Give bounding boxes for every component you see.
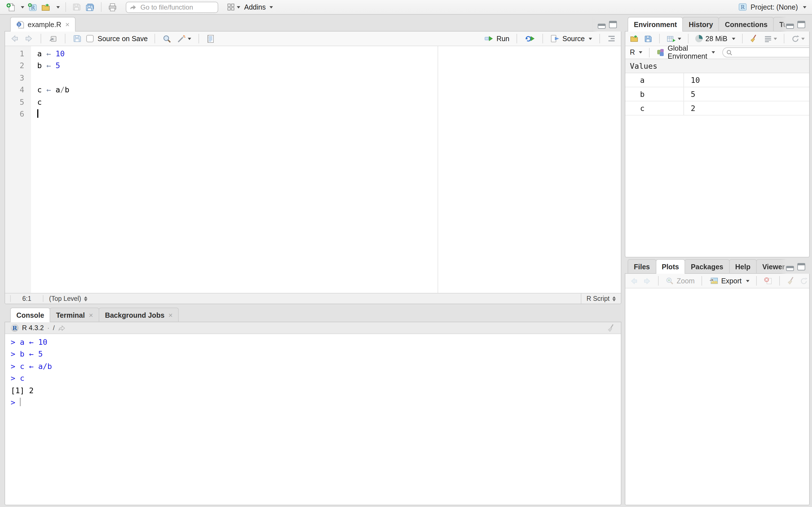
clear-console-broom-icon[interactable] bbox=[607, 324, 615, 332]
environment-object-row[interactable]: c2 bbox=[625, 101, 809, 115]
code-line: 4c ← a/b bbox=[5, 84, 621, 96]
code-token: > c bbox=[11, 374, 24, 383]
object-value: 5 bbox=[684, 87, 695, 101]
goto-file-function-input[interactable] bbox=[139, 3, 214, 11]
addins-button[interactable]: Addins bbox=[244, 1, 273, 13]
new-project-button[interactable]: R bbox=[27, 1, 38, 13]
import-dataset-button[interactable] bbox=[666, 33, 682, 44]
save-source-button[interactable] bbox=[72, 33, 82, 44]
tab-example-r[interactable]: R example.R × bbox=[10, 17, 76, 32]
language-selector[interactable]: R bbox=[629, 47, 643, 58]
tab-environment[interactable]: Environment bbox=[627, 17, 683, 32]
minimize-icon[interactable] bbox=[598, 23, 606, 29]
object-name: c bbox=[625, 101, 684, 115]
forward-button[interactable] bbox=[24, 33, 34, 44]
new-file-dropdown-caret[interactable] bbox=[21, 6, 24, 8]
refresh-plots-button[interactable] bbox=[799, 275, 809, 286]
environment-object-row[interactable]: b5 bbox=[625, 87, 809, 101]
environment-scope-selector[interactable]: Global Environment bbox=[656, 47, 716, 58]
chevron-updown-icon bbox=[612, 296, 616, 301]
toolbar-separator bbox=[65, 2, 66, 12]
file-type-selector[interactable]: R Script bbox=[581, 293, 621, 304]
tab-files[interactable]: Files bbox=[627, 259, 656, 274]
goto-arrow-icon bbox=[130, 4, 137, 10]
scope-selector[interactable]: (Top Level) bbox=[43, 295, 93, 302]
list-view-icon bbox=[764, 35, 772, 42]
tab-label: History bbox=[689, 20, 713, 29]
maximize-icon[interactable] bbox=[797, 20, 805, 28]
close-icon[interactable]: × bbox=[168, 312, 172, 319]
back-button[interactable] bbox=[10, 33, 20, 44]
tab-plots[interactable]: Plots bbox=[656, 259, 685, 274]
refresh-environment-button[interactable] bbox=[791, 33, 805, 44]
source-on-save-checkbox[interactable] bbox=[86, 35, 94, 42]
compile-report-button[interactable] bbox=[206, 33, 215, 44]
save-workspace-button[interactable] bbox=[644, 33, 653, 44]
code-token: 10 bbox=[56, 49, 65, 58]
memory-usage-button[interactable]: 28 MiB bbox=[695, 33, 736, 44]
open-file-dropdown-caret[interactable] bbox=[56, 6, 60, 8]
code-line: 3 bbox=[5, 72, 621, 84]
save-all-button[interactable] bbox=[85, 1, 95, 13]
previous-plot-button[interactable] bbox=[629, 275, 639, 286]
tab-console[interactable]: Console bbox=[10, 307, 50, 322]
print-button[interactable] bbox=[107, 1, 118, 13]
close-icon[interactable]: × bbox=[65, 21, 70, 28]
toolbar-separator bbox=[779, 276, 780, 286]
editor-toolbar: Source on Save bbox=[5, 32, 621, 46]
minimize-icon[interactable] bbox=[786, 266, 794, 271]
addins-grid-caret bbox=[237, 6, 240, 8]
code-editor[interactable]: 1a ← 102b ← 53 4c ← a/b5c6 bbox=[5, 46, 621, 293]
maximize-icon[interactable] bbox=[797, 263, 805, 270]
tab-terminal[interactable]: Terminal× bbox=[50, 307, 100, 322]
tab-help[interactable]: Help bbox=[729, 259, 757, 274]
remove-plot-button[interactable] bbox=[763, 275, 773, 286]
addins-grid-button[interactable] bbox=[226, 1, 241, 13]
list-view-button[interactable] bbox=[763, 33, 777, 44]
clear-all-plots-button[interactable] bbox=[786, 275, 796, 286]
open-file-button[interactable] bbox=[41, 1, 52, 13]
tab-history[interactable]: History bbox=[682, 17, 719, 32]
next-plot-button[interactable] bbox=[642, 275, 652, 286]
clear-environment-button[interactable] bbox=[749, 33, 758, 44]
show-in-new-window-button[interactable] bbox=[48, 33, 58, 44]
list-view-caret bbox=[774, 38, 777, 40]
text-cursor bbox=[20, 398, 21, 406]
save-button[interactable] bbox=[71, 1, 82, 13]
language-label: R bbox=[630, 48, 635, 56]
code-line: 6 bbox=[5, 108, 621, 120]
project-selector[interactable]: R Project: (None) bbox=[738, 3, 806, 11]
export-image-icon bbox=[709, 277, 718, 285]
values-section-header: Values bbox=[625, 59, 809, 73]
scope-label: (Top Level) bbox=[49, 295, 81, 302]
tab-background-jobs[interactable]: Background Jobs× bbox=[99, 307, 179, 322]
close-icon[interactable]: × bbox=[89, 312, 93, 319]
new-file-icon bbox=[6, 3, 16, 11]
load-workspace-button[interactable] bbox=[629, 33, 640, 44]
console-output[interactable]: > a ← 10> b ← 5> c ← a/b> c[1] 2> bbox=[5, 334, 621, 505]
open-folder-icon bbox=[630, 34, 640, 43]
environment-search-input[interactable] bbox=[735, 48, 810, 56]
magic-wand-icon bbox=[176, 34, 186, 43]
export-plot-button[interactable]: Export bbox=[708, 275, 750, 286]
toolbar-separator bbox=[543, 34, 543, 43]
code-tools-button[interactable] bbox=[176, 33, 192, 44]
find-replace-button[interactable] bbox=[162, 33, 172, 44]
tab-connections[interactable]: Connections bbox=[719, 17, 774, 32]
environment-tab-strip: EnvironmentHistoryConnectionsTutorial bbox=[625, 17, 810, 32]
rerun-button[interactable] bbox=[524, 33, 536, 44]
source-button[interactable]: Source bbox=[550, 33, 593, 44]
zoom-plot-button[interactable]: Zoom bbox=[665, 275, 695, 286]
toolbar-separator bbox=[199, 34, 199, 43]
tab-packages[interactable]: Packages bbox=[684, 259, 729, 274]
open-directory-arrow-icon[interactable] bbox=[58, 325, 65, 331]
new-file-button[interactable] bbox=[6, 1, 16, 13]
document-outline-button[interactable] bbox=[607, 33, 616, 44]
environment-object-row[interactable]: a10 bbox=[625, 73, 809, 87]
maximize-icon[interactable] bbox=[609, 20, 617, 28]
minimize-icon[interactable] bbox=[786, 23, 794, 29]
run-button[interactable]: Run bbox=[484, 33, 510, 44]
broom-icon bbox=[786, 277, 795, 285]
line-number: 4 bbox=[5, 84, 31, 96]
toolbar-separator bbox=[599, 34, 600, 43]
